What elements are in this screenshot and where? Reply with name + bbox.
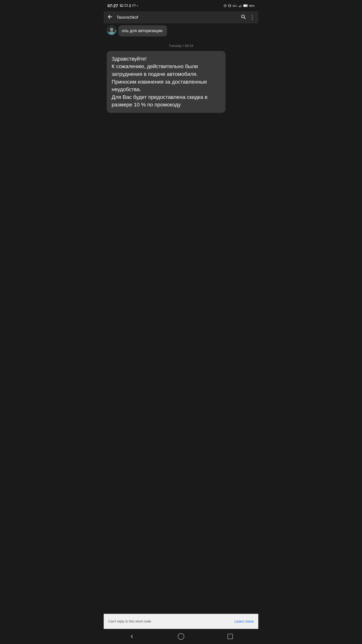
header-actions: ⋮ [241, 14, 255, 20]
svg-rect-5 [240, 6, 240, 7]
svg-line-12 [244, 18, 246, 19]
signal-icon [239, 4, 242, 8]
status-icons: Z • [120, 4, 138, 8]
svg-rect-4 [239, 6, 239, 7]
status-left: 07:27 Z [107, 4, 138, 8]
message-container: Здравствуйте! К сожалению, действительно… [107, 51, 255, 113]
svg-rect-7 [241, 4, 242, 7]
message-icon [124, 4, 128, 8]
header-title: Taxovichkof [116, 15, 238, 20]
dot-icon: • [137, 4, 138, 8]
nav-bar [104, 629, 258, 644]
nav-back-button[interactable] [129, 634, 134, 639]
cloud-icon [132, 4, 136, 8]
chat-area: Tuesday • 08:34 Здравствуйте! К сожалени… [104, 38, 258, 614]
battery-icon [243, 4, 248, 8]
nav-home-button[interactable] [178, 633, 184, 640]
battery-percent: 88% [249, 4, 255, 7]
bottom-info-bar: Can't reply to this short code Learn mor… [104, 614, 258, 629]
message-text: Здравствуйте! К сожалению, действительно… [112, 56, 207, 108]
svg-rect-10 [244, 5, 247, 6]
message-timestamp: Tuesday • 08:34 [169, 44, 193, 48]
svg-point-1 [121, 5, 121, 6]
back-button[interactable] [107, 14, 113, 21]
svg-point-15 [110, 28, 113, 31]
learn-more-button[interactable]: Learn more [235, 619, 254, 624]
status-bar: 07:27 Z [104, 0, 258, 11]
message-bubble: Здравствуйте! К сожалению, действительно… [107, 51, 226, 113]
svg-point-16 [109, 31, 114, 34]
more-menu-icon[interactable]: ⋮ [250, 14, 255, 20]
prev-message-text: оль для авторизации. [122, 28, 164, 33]
app-header: Taxovichkof ⋮ [104, 11, 258, 24]
z-icon: Z [129, 4, 131, 8]
alarm-icon [223, 4, 227, 8]
nav-recents-button[interactable] [228, 634, 233, 639]
search-icon[interactable] [241, 14, 246, 20]
status-right: 4G+ 88% [223, 4, 255, 8]
status-time: 07:27 [107, 4, 118, 8]
timestamp-row: Tuesday • 08:34 [107, 44, 255, 48]
prev-message-area: оль для авторизации. [104, 24, 258, 38]
svg-rect-6 [240, 5, 241, 7]
short-code-info-text: Can't reply to this short code [108, 620, 151, 624]
avatar [107, 25, 116, 35]
vibrate-icon [228, 4, 231, 8]
network-label: 4G+ [233, 4, 238, 7]
nav-home-circle [178, 633, 184, 640]
image-icon [120, 4, 123, 8]
nav-recents-square [228, 634, 233, 639]
svg-rect-3 [229, 4, 230, 7]
svg-rect-9 [248, 5, 248, 6]
prev-message-bubble: оль для авторизации. [118, 25, 167, 36]
